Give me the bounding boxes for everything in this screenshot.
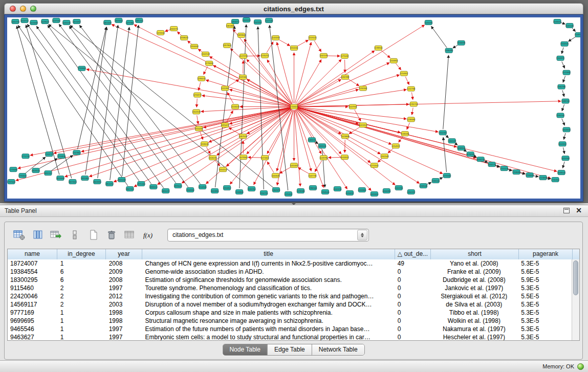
graph-node[interactable]: 1246636 [401,132,409,136]
graph-node[interactable]: 2026324 [370,192,379,196]
graph-node[interactable]: 1986544 [309,186,317,190]
graph-node[interactable]: 1143208 [272,35,280,40]
graph-node[interactable]: 1875160 [137,182,146,186]
graph-node[interactable]: 1087516 [238,134,247,139]
graph-node[interactable]: 1588744 [561,99,570,103]
graph-node[interactable]: 1358020 [180,35,189,40]
graph-node[interactable]: 1827424 [69,180,77,184]
graph-node[interactable]: 2089972 [308,138,316,142]
tab-node-table[interactable]: Node Table [223,344,268,355]
graph-node[interactable]: 1175032 [340,54,349,58]
graph-node[interactable]: 1867204 [126,187,135,191]
column-header-title[interactable]: title [142,249,395,259]
graph-node[interactable]: 1954720 [259,191,268,195]
graph-node[interactable]: 1167076 [319,53,328,58]
graph-node[interactable]: 1302328 [192,110,201,114]
graph-node[interactable]: 1501228 [242,17,251,22]
graph-node[interactable]: 1938808 [235,190,244,194]
graph-node[interactable]: 1007956 [349,104,357,109]
close-panel-icon[interactable]: ✕ [576,206,582,214]
table-scrollbar[interactable] [572,259,579,340]
graph-node[interactable]: 1891072 [162,189,170,193]
graph-node[interactable]: 1071604 [260,156,269,160]
graph-node[interactable]: 1254592 [391,144,400,148]
graph-node[interactable]: 1612612 [558,142,567,146]
graph-node[interactable]: 1063648 [271,173,280,178]
graph-node[interactable]: 2074060 [443,173,451,178]
table-settings-button[interactable] [11,227,28,243]
graph-node[interactable]: 1445536 [62,20,71,25]
column-header-in_degree[interactable]: in_degree [57,249,106,259]
graph-node[interactable]: 1533052 [553,19,562,24]
graph-node[interactable]: 1771732 [21,154,30,159]
row-selector-button[interactable] [66,227,83,243]
graph-node[interactable]: 1318240 [200,142,209,146]
graph-node[interactable]: 1055692 [290,163,298,168]
graph-node[interactable]: 1413712 [20,18,29,23]
graph-node[interactable]: 1652392 [439,130,447,135]
graph-node[interactable]: 1708084 [512,170,521,174]
scrollbar-thumb[interactable] [573,260,578,295]
table-row[interactable]: 1938455462009Genome-wide association stu… [8,268,572,276]
graph-node[interactable]: 1190944 [359,86,367,91]
graph-node[interactable]: 1763776 [45,152,54,157]
tab-edge-table[interactable]: Edge Table [268,344,312,355]
graph-node[interactable]: 1604656 [562,127,571,132]
graph-node[interactable]: 1103428 [231,104,240,109]
graph-node[interactable]: 1222768 [407,86,416,91]
graph-node[interactable]: 2050192 [407,190,416,194]
graph-node[interactable]: 1238680 [407,117,416,122]
graph-node[interactable]: 1429624 [41,19,50,24]
graph-node[interactable]: 1803556 [32,168,40,173]
graph-node[interactable]: 1151164 [290,46,298,50]
graph-node[interactable]: 1525096 [424,20,433,25]
graph-node[interactable]: 1946764 [247,187,256,191]
delete-table-button[interactable] [121,227,139,243]
graph-node[interactable]: 1787644 [7,180,16,184]
graph-node[interactable]: 1047736 [308,173,317,178]
zoom-window-button[interactable] [30,6,36,12]
graph-node[interactable]: 1453492 [73,19,81,24]
graph-node[interactable]: 1851292 [105,182,114,186]
graph-node[interactable]: 1930852 [223,186,231,190]
table-row[interactable]: 977716911998Corpus callosum shape and si… [8,309,572,317]
graph-node[interactable]: 2066104 [431,179,440,183]
tab-network-table[interactable]: Network Table [312,344,364,355]
graph-node[interactable]: 1883116 [149,185,158,189]
graph-node[interactable]: 1294372 [193,93,202,97]
graph-node[interactable]: 1978588 [296,189,305,193]
graph-node[interactable]: 2042236 [395,186,403,190]
table-row[interactable]: 969969511998Structural magnetic resonanc… [8,317,572,325]
graph-node[interactable]: 1899028 [174,184,183,188]
graph-node[interactable]: 1628524 [557,170,566,175]
import-table-button[interactable] [48,227,65,243]
graph-node[interactable]: 1477360 [126,20,135,25]
float-panel-icon[interactable] [563,208,570,213]
graph-node[interactable]: 1636480 [445,48,453,53]
table-row[interactable]: 1456911722003Disruption of a novel membe… [8,300,572,309]
graph-node[interactable]: 1548964 [575,32,580,37]
graph-node[interactable]: 1286416 [197,76,206,81]
graph-node[interactable]: 1859248 [118,178,126,182]
graph-node[interactable]: 1739908 [78,66,86,71]
graph-node[interactable]: 1397800 [223,43,231,48]
network-table-selector[interactable]: citations_edges.txt [167,229,369,242]
graph-node[interactable]: 1922896 [210,189,219,193]
graph-node[interactable]: 1970632 [284,192,293,196]
graph-node[interactable]: 1015912 [359,123,367,127]
graph-node[interactable]: 1962676 [272,188,280,192]
graph-node[interactable]: 1262548 [380,154,389,159]
graph-node[interactable]: 1342108 [201,52,210,56]
graph-node[interactable]: 1747864 [73,150,81,155]
graph-node[interactable]: 1373932 [157,30,165,35]
window-titlebar[interactable]: citations_edges.txt [4,3,583,14]
graph-node[interactable]: 2002456 [333,187,342,191]
graph-node[interactable]: 1230724 [409,102,418,106]
graph-node[interactable]: 1620568 [561,156,570,161]
graph-node[interactable]: 1684216 [476,157,485,162]
graph-node[interactable]: 1135252 [261,53,270,58]
graph-node[interactable]: 1310284 [195,126,204,131]
graph-node[interactable]: 1437580 [52,18,61,23]
graph-node[interactable]: 1469404 [115,18,123,23]
table-row[interactable]: 2242004622012Investigating the contribut… [8,292,572,300]
